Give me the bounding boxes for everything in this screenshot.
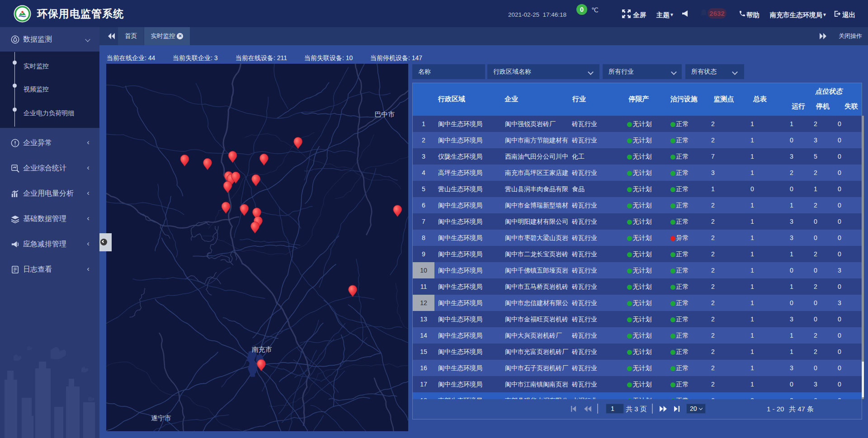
svg-text:南充市: 南充市	[252, 346, 272, 353]
svg-text:遂宁市: 遂宁市	[151, 414, 171, 422]
svg-text:巴中市: 巴中市	[375, 111, 395, 118]
